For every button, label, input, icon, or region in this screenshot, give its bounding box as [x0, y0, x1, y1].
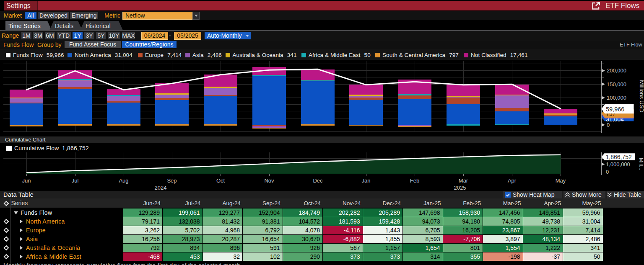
svg-text:Dec: Dec: [313, 178, 323, 184]
svg-text:Cumulative Flow: Cumulative Flow: [14, 145, 59, 152]
svg-text:Cumulative Chart: Cumulative Chart: [5, 137, 46, 143]
svg-text:May: May: [556, 178, 566, 184]
svg-text:Jan: Jan: [362, 178, 371, 184]
svg-text:Nov: Nov: [264, 178, 274, 184]
svg-text:0: 0: [607, 122, 610, 128]
svg-text:59,966: 59,966: [606, 106, 624, 113]
svg-text:Jun: Jun: [22, 178, 31, 184]
svg-text:Mill...: Mill...: [638, 158, 644, 170]
svg-text:Jul: Jul: [72, 178, 79, 184]
svg-text:Feb: Feb: [410, 178, 419, 184]
svg-text:0: 0: [606, 169, 609, 175]
svg-text:200,000: 200,000: [607, 67, 626, 74]
svg-text:Mar: Mar: [459, 178, 468, 184]
svg-text:Sep: Sep: [167, 178, 177, 184]
svg-text:2025: 2025: [454, 185, 466, 191]
svg-text:150,000: 150,000: [607, 81, 626, 87]
svg-text:Millions USD: Millions USD: [639, 80, 644, 113]
svg-text:Apr: Apr: [508, 178, 517, 184]
svg-text:2024: 2024: [155, 185, 167, 191]
svg-text:Oct: Oct: [216, 178, 225, 184]
svg-text:Aug: Aug: [119, 178, 128, 184]
svg-text:1,866,752: 1,866,752: [62, 145, 89, 152]
svg-text:1,866,752: 1,866,752: [606, 154, 632, 160]
svg-text:100,000: 100,000: [607, 95, 626, 101]
svg-text:1,000,000: 1,000,000: [606, 161, 630, 167]
